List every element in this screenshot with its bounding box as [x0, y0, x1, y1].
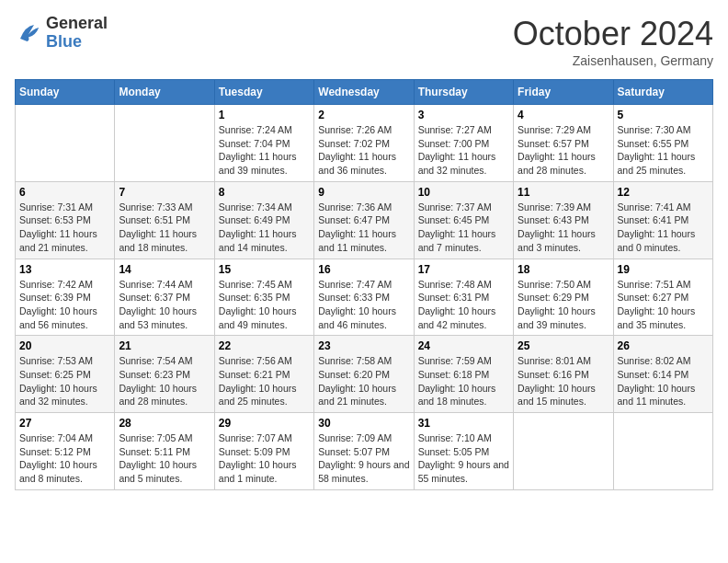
logo-general: General — [46, 15, 108, 33]
calendar-week-row: 1Sunrise: 7:24 AM Sunset: 7:04 PM Daylig… — [16, 105, 713, 182]
day-number: 26 — [618, 339, 709, 352]
calendar-cell: 18Sunrise: 7:50 AM Sunset: 6:29 PM Dayli… — [514, 259, 613, 336]
calendar-cell: 16Sunrise: 7:47 AM Sunset: 6:33 PM Dayli… — [314, 259, 414, 336]
day-number: 16 — [318, 263, 409, 276]
calendar-week-row: 27Sunrise: 7:04 AM Sunset: 5:12 PM Dayli… — [16, 413, 713, 490]
calendar-cell: 1Sunrise: 7:24 AM Sunset: 7:04 PM Daylig… — [214, 105, 313, 182]
day-number: 25 — [518, 339, 609, 352]
day-number: 20 — [19, 339, 110, 352]
calendar-cell: 13Sunrise: 7:42 AM Sunset: 6:39 PM Dayli… — [16, 259, 115, 336]
month-title: October 2024 — [513, 15, 713, 53]
calendar-cell: 17Sunrise: 7:48 AM Sunset: 6:31 PM Dayli… — [414, 259, 513, 336]
day-info: Sunrise: 7:53 AM Sunset: 6:25 PM Dayligh… — [19, 354, 110, 408]
day-info: Sunrise: 7:51 AM Sunset: 6:27 PM Dayligh… — [618, 278, 709, 332]
day-number: 7 — [119, 186, 210, 199]
calendar-table: SundayMondayTuesdayWednesdayThursdayFrid… — [15, 79, 713, 490]
day-info: Sunrise: 7:47 AM Sunset: 6:33 PM Dayligh… — [318, 278, 409, 332]
calendar-cell: 22Sunrise: 7:56 AM Sunset: 6:21 PM Dayli… — [214, 336, 313, 413]
weekday-header: Saturday — [613, 80, 712, 105]
calendar-week-row: 20Sunrise: 7:53 AM Sunset: 6:25 PM Dayli… — [16, 336, 713, 413]
calendar-cell: 30Sunrise: 7:09 AM Sunset: 5:07 PM Dayli… — [314, 413, 414, 490]
day-number: 6 — [19, 186, 110, 199]
day-info: Sunrise: 7:42 AM Sunset: 6:39 PM Dayligh… — [19, 278, 110, 332]
day-number: 21 — [119, 339, 210, 352]
day-number: 13 — [19, 263, 110, 276]
calendar-cell: 19Sunrise: 7:51 AM Sunset: 6:27 PM Dayli… — [613, 259, 712, 336]
calendar-cell: 9Sunrise: 7:36 AM Sunset: 6:47 PM Daylig… — [314, 181, 414, 259]
calendar-cell — [613, 413, 712, 490]
day-info: Sunrise: 7:07 AM Sunset: 5:09 PM Dayligh… — [219, 431, 310, 486]
title-block: October 2024 Zaisenhausen, Germany — [513, 15, 713, 68]
calendar-cell: 4Sunrise: 7:29 AM Sunset: 6:57 PM Daylig… — [514, 105, 613, 182]
day-number: 29 — [219, 417, 310, 430]
day-info: Sunrise: 7:59 AM Sunset: 6:18 PM Dayligh… — [418, 354, 509, 408]
day-info: Sunrise: 7:31 AM Sunset: 6:53 PM Dayligh… — [19, 201, 110, 255]
day-number: 5 — [618, 109, 709, 121]
day-number: 18 — [518, 263, 609, 276]
day-info: Sunrise: 7:04 AM Sunset: 5:12 PM Dayligh… — [19, 431, 110, 486]
day-info: Sunrise: 7:54 AM Sunset: 6:23 PM Dayligh… — [119, 354, 210, 408]
day-info: Sunrise: 7:39 AM Sunset: 6:43 PM Dayligh… — [518, 201, 609, 255]
logo: General Blue — [15, 15, 108, 52]
calendar-cell: 24Sunrise: 7:59 AM Sunset: 6:18 PM Dayli… — [414, 336, 513, 413]
day-number: 24 — [418, 339, 509, 352]
day-number: 31 — [418, 417, 509, 430]
day-info: Sunrise: 7:27 AM Sunset: 7:00 PM Dayligh… — [418, 123, 509, 178]
weekday-header: Wednesday — [314, 80, 414, 105]
calendar-cell: 29Sunrise: 7:07 AM Sunset: 5:09 PM Dayli… — [214, 413, 313, 490]
day-info: Sunrise: 7:58 AM Sunset: 6:20 PM Dayligh… — [318, 354, 409, 408]
calendar-cell: 10Sunrise: 7:37 AM Sunset: 6:45 PM Dayli… — [414, 181, 513, 259]
calendar-cell: 27Sunrise: 7:04 AM Sunset: 5:12 PM Dayli… — [16, 413, 115, 490]
calendar-week-row: 13Sunrise: 7:42 AM Sunset: 6:39 PM Dayli… — [16, 259, 713, 336]
calendar-cell: 20Sunrise: 7:53 AM Sunset: 6:25 PM Dayli… — [16, 336, 115, 413]
calendar-cell: 2Sunrise: 7:26 AM Sunset: 7:02 PM Daylig… — [314, 105, 414, 182]
weekday-header: Monday — [115, 80, 214, 105]
day-info: Sunrise: 8:01 AM Sunset: 6:16 PM Dayligh… — [518, 354, 609, 408]
calendar-cell: 28Sunrise: 7:05 AM Sunset: 5:11 PM Dayli… — [115, 413, 214, 490]
day-info: Sunrise: 7:30 AM Sunset: 6:55 PM Dayligh… — [618, 123, 709, 178]
day-info: Sunrise: 7:05 AM Sunset: 5:11 PM Dayligh… — [119, 431, 210, 486]
logo-icon — [15, 19, 42, 47]
day-number: 23 — [318, 339, 409, 352]
page-header: General Blue October 2024 Zaisenhausen, … — [15, 15, 713, 68]
day-number: 12 — [618, 186, 709, 199]
day-info: Sunrise: 7:48 AM Sunset: 6:31 PM Dayligh… — [418, 278, 509, 332]
day-info: Sunrise: 7:09 AM Sunset: 5:07 PM Dayligh… — [318, 431, 409, 486]
logo-blue: Blue — [46, 33, 108, 52]
day-number: 9 — [318, 186, 409, 199]
weekday-header: Friday — [514, 80, 613, 105]
calendar-cell: 25Sunrise: 8:01 AM Sunset: 6:16 PM Dayli… — [514, 336, 613, 413]
day-number: 27 — [19, 417, 110, 430]
day-info: Sunrise: 7:56 AM Sunset: 6:21 PM Dayligh… — [219, 354, 310, 408]
day-number: 28 — [119, 417, 210, 430]
weekday-header: Sunday — [16, 80, 115, 105]
calendar-cell: 31Sunrise: 7:10 AM Sunset: 5:05 PM Dayli… — [414, 413, 513, 490]
day-number: 8 — [219, 186, 310, 199]
calendar-cell: 26Sunrise: 8:02 AM Sunset: 6:14 PM Dayli… — [613, 336, 712, 413]
weekday-header: Tuesday — [214, 80, 313, 105]
calendar-cell: 14Sunrise: 7:44 AM Sunset: 6:37 PM Dayli… — [115, 259, 214, 336]
day-info: Sunrise: 8:02 AM Sunset: 6:14 PM Dayligh… — [618, 354, 709, 408]
day-number: 17 — [418, 263, 509, 276]
calendar-cell: 21Sunrise: 7:54 AM Sunset: 6:23 PM Dayli… — [115, 336, 214, 413]
day-number: 14 — [119, 263, 210, 276]
calendar-cell: 5Sunrise: 7:30 AM Sunset: 6:55 PM Daylig… — [613, 105, 712, 182]
day-info: Sunrise: 7:45 AM Sunset: 6:35 PM Dayligh… — [219, 278, 310, 332]
day-number: 11 — [518, 186, 609, 199]
calendar-cell — [514, 413, 613, 490]
calendar-cell: 6Sunrise: 7:31 AM Sunset: 6:53 PM Daylig… — [16, 181, 115, 259]
weekday-header: Thursday — [414, 80, 513, 105]
day-number: 4 — [518, 109, 609, 121]
day-number: 30 — [318, 417, 409, 430]
location: Zaisenhausen, Germany — [513, 53, 713, 68]
calendar-week-row: 6Sunrise: 7:31 AM Sunset: 6:53 PM Daylig… — [16, 181, 713, 259]
logo-text: General Blue — [46, 15, 108, 52]
weekday-header-row: SundayMondayTuesdayWednesdayThursdayFrid… — [16, 80, 713, 105]
day-info: Sunrise: 7:33 AM Sunset: 6:51 PM Dayligh… — [119, 201, 210, 255]
calendar-cell: 11Sunrise: 7:39 AM Sunset: 6:43 PM Dayli… — [514, 181, 613, 259]
day-number: 2 — [318, 109, 409, 121]
calendar-cell: 8Sunrise: 7:34 AM Sunset: 6:49 PM Daylig… — [214, 181, 313, 259]
day-number: 19 — [618, 263, 709, 276]
calendar-cell — [115, 105, 214, 182]
day-number: 10 — [418, 186, 509, 199]
